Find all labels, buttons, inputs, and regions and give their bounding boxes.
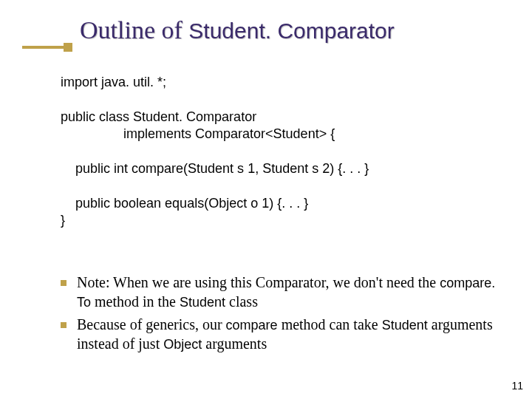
- note2-code-student: Student: [382, 318, 428, 332]
- note2-part-c: method can take: [278, 316, 382, 332]
- note-text: Note: When we are using this Comparator,…: [77, 273, 502, 311]
- code-line-import: import java. util. *;: [61, 75, 166, 89]
- code-line-implements: implements Comparator<Student> {: [61, 126, 335, 141]
- slide: Outline of Student. Comparator import ja…: [0, 0, 532, 399]
- title-prefix: Outline of: [80, 16, 188, 44]
- code-line-compare: public int compare(Student s 1, Student …: [61, 161, 369, 176]
- code-block: import java. util. *; public class Stude…: [61, 74, 369, 230]
- note2-code-compare: compare: [226, 318, 278, 332]
- note2-code-object: Object: [163, 337, 202, 352]
- slide-title: Outline of Student. Comparator: [80, 16, 395, 44]
- title-classname: Student. Comparator: [188, 18, 394, 43]
- bullet-icon: [61, 322, 66, 328]
- note-text: Because of generics, our compare method …: [77, 316, 502, 353]
- bullet-icon: [61, 280, 66, 286]
- page-number: 11: [511, 380, 523, 392]
- note2-part-g: arguments: [202, 335, 267, 352]
- code-line-classdecl: public class Student. Comparator: [61, 109, 256, 124]
- note2-part-a: Because of generics, our: [77, 316, 226, 332]
- title-accent: [22, 46, 64, 49]
- code-line-equals: public boolean equals(Object o 1) {. . .…: [61, 196, 308, 211]
- code-line-closebrace: }: [61, 213, 65, 228]
- note1-part-c: method in the: [91, 293, 180, 310]
- note1-code-student: Student: [180, 295, 225, 310]
- note-item: Because of generics, our compare method …: [61, 316, 502, 353]
- notes-list: Note: When we are using this Comparator,…: [61, 273, 502, 358]
- note1-part-a: Note: When we are using this Comparator,…: [77, 274, 440, 290]
- note1-part-e: class: [225, 293, 258, 310]
- note-item: Note: When we are using this Comparator,…: [61, 273, 502, 311]
